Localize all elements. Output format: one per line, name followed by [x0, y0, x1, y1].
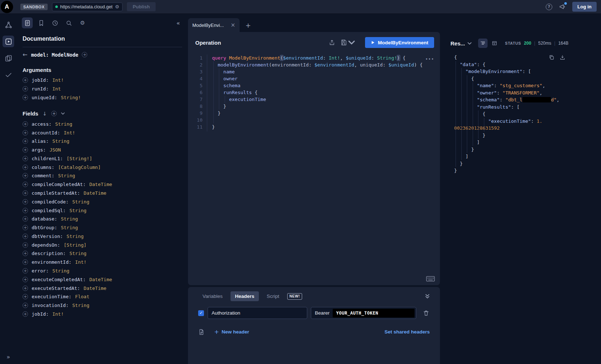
field-type-link[interactable]: Float	[75, 294, 89, 299]
sort-fields-icon[interactable]: ↓	[43, 111, 47, 117]
rail-item-checks[interactable]	[3, 69, 14, 81]
bulk-edit-icon[interactable]	[198, 329, 205, 335]
field-type-link[interactable]: Int!	[52, 311, 64, 317]
share-icon[interactable]	[329, 39, 335, 46]
field-type-link[interactable]: [String]	[64, 242, 87, 248]
field-type-link[interactable]: String	[69, 208, 87, 213]
apollo-logo[interactable]: A	[1, 1, 13, 13]
field-type-link[interactable]: DateTime	[89, 182, 112, 187]
back-arrow-icon[interactable]: ←	[23, 51, 27, 58]
rail-item-schema[interactable]	[3, 19, 14, 31]
add-argument-icon[interactable]: +	[23, 77, 28, 83]
field-type-link[interactable]: String	[52, 268, 69, 274]
rail-item-operations[interactable]	[3, 52, 14, 64]
help-icon[interactable]: ?	[546, 4, 552, 10]
set-shared-headers-link[interactable]: Set shared headers	[384, 329, 430, 335]
add-field-icon[interactable]: +	[23, 138, 28, 144]
docs-tab-search[interactable]	[63, 17, 74, 28]
header-value-field[interactable]: Bearer YOUR_AUTH_TOKEN	[311, 307, 416, 319]
field-type-link[interactable]: JSON	[49, 147, 61, 153]
docs-tab-history[interactable]	[49, 17, 60, 28]
add-field-icon[interactable]: +	[23, 199, 28, 205]
new-header-button[interactable]: + New header	[214, 328, 249, 335]
graph-url-box[interactable]: https://metadata.cloud.get ⚙	[52, 3, 123, 11]
login-button[interactable]: Log in	[572, 2, 597, 12]
auth-token-value[interactable]: YOUR_AUTH_TOKEN	[333, 309, 414, 318]
field-type-link[interactable]: String	[61, 225, 78, 230]
add-field-icon[interactable]: +	[23, 251, 28, 256]
field-type-link[interactable]: String	[55, 121, 72, 127]
add-field-icon[interactable]: +	[23, 294, 28, 299]
add-field-icon[interactable]: +	[23, 216, 28, 222]
add-field-icon[interactable]: +	[23, 268, 28, 274]
add-field-icon[interactable]: +	[23, 173, 28, 178]
publish-button[interactable]: Publish	[127, 2, 156, 11]
graph-url[interactable]: https://metadata.cloud.get	[60, 4, 113, 9]
save-icon[interactable]	[340, 39, 347, 46]
add-field-icon[interactable]: +	[23, 130, 28, 136]
docs-collapse-icon[interactable]: «	[176, 20, 180, 27]
argument-type-link[interactable]: String!	[61, 95, 81, 100]
new-tab-button[interactable]: +	[245, 22, 251, 29]
header-enabled-checkbox[interactable]: ✓	[198, 310, 204, 316]
tab-script[interactable]: Script	[263, 291, 284, 301]
format-view-icon[interactable]	[478, 39, 488, 48]
add-field-icon[interactable]: +	[23, 311, 28, 317]
rail-item-explorer[interactable]	[3, 36, 14, 47]
tab-headers[interactable]: Headers	[231, 291, 259, 301]
add-field-icon[interactable]: +	[23, 225, 28, 230]
field-type-link[interactable]: DateTime	[89, 277, 112, 282]
keyboard-shortcuts-icon[interactable]	[426, 276, 435, 282]
connection-settings-icon[interactable]: ⚙	[115, 4, 119, 9]
add-field-icon[interactable]: +	[23, 286, 28, 291]
table-view-icon[interactable]	[490, 39, 499, 48]
field-type-link[interactable]: String	[72, 303, 89, 308]
breadcrumb-type[interactable]: ModelNode	[52, 52, 78, 58]
chevron-down-icon[interactable]	[61, 112, 65, 115]
add-argument-icon[interactable]: +	[23, 86, 28, 92]
field-type-link[interactable]: Int!	[75, 259, 87, 265]
tab-modelbyenvironment[interactable]: ModelByEnvi... ×	[188, 18, 240, 32]
add-field-icon[interactable]: +	[23, 234, 28, 239]
field-type-link[interactable]: String	[52, 138, 69, 144]
add-field-icon[interactable]: +	[23, 121, 28, 127]
collapse-panel-icon[interactable]	[425, 294, 430, 299]
download-response-icon[interactable]	[560, 54, 565, 60]
announcements-icon[interactable]	[559, 3, 566, 10]
editor-more-menu[interactable]: •••	[425, 56, 434, 63]
chevron-down-icon[interactable]	[468, 42, 472, 45]
header-key-input[interactable]	[208, 307, 307, 319]
run-button[interactable]: ModelByEnvironment	[365, 37, 434, 48]
delete-header-icon[interactable]	[423, 310, 429, 316]
add-field-icon[interactable]: +	[23, 190, 28, 196]
add-field-icon[interactable]: +	[23, 147, 28, 153]
response-title[interactable]: Res...	[450, 40, 465, 46]
rail-expand-icon[interactable]: »	[0, 353, 17, 360]
add-field-icon[interactable]: +	[23, 208, 28, 213]
add-field-icon[interactable]: +	[23, 303, 28, 308]
argument-type-link[interactable]: Int	[52, 86, 61, 92]
query-editor[interactable]: 1234567891011 query ModelByEnvironment($…	[188, 53, 440, 285]
field-type-link[interactable]: String	[72, 199, 89, 205]
add-field-icon[interactable]: +	[23, 165, 28, 170]
add-field-icon[interactable]: +	[23, 242, 28, 248]
add-all-fields-icon[interactable]: +	[82, 52, 87, 57]
add-field-icon[interactable]: +	[23, 259, 28, 265]
add-field-icon[interactable]: +	[23, 156, 28, 161]
docs-tab-settings[interactable]: ⚙	[77, 17, 88, 28]
tab-close-icon[interactable]: ×	[231, 22, 235, 28]
field-type-link[interactable]: [CatalogColumn]	[58, 165, 101, 170]
field-type-link[interactable]: [String!]	[67, 156, 92, 161]
tab-variables[interactable]: Variables	[198, 291, 227, 301]
field-type-link[interactable]: Int!	[64, 130, 75, 136]
docs-tab-documentation[interactable]	[22, 17, 33, 28]
field-type-link[interactable]: String	[69, 251, 87, 256]
field-type-link[interactable]: DateTime	[84, 190, 107, 196]
add-field-icon[interactable]: +	[23, 277, 28, 282]
field-type-link[interactable]: String	[58, 173, 75, 178]
copy-response-icon[interactable]	[549, 54, 554, 60]
save-chevron-down-icon[interactable]	[348, 39, 355, 46]
argument-type-link[interactable]: Int!	[52, 77, 64, 83]
editor-code[interactable]: query ModelByEnvironment($environmentId:…	[207, 53, 422, 285]
add-field-icon[interactable]: +	[23, 182, 28, 187]
